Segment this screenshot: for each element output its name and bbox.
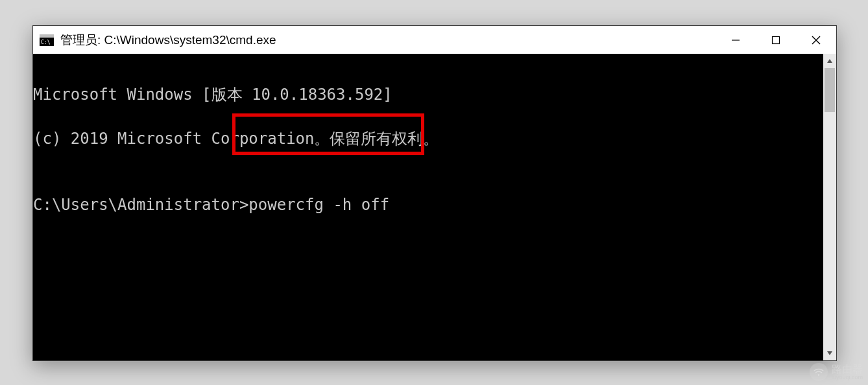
console-prompt-line: C:\Users\Administrator>powercfg -h off xyxy=(33,194,823,216)
svg-marker-8 xyxy=(827,351,832,355)
client-area: Microsoft Windows [版本 10.0.18363.592] (c… xyxy=(33,54,836,360)
maximize-button[interactable] xyxy=(756,26,796,54)
scroll-up-arrow[interactable] xyxy=(823,54,836,68)
watermark: 路由器 luyouqi.com xyxy=(810,363,863,381)
vertical-scrollbar[interactable] xyxy=(823,54,836,360)
scroll-thumb[interactable] xyxy=(825,68,835,112)
svg-point-9 xyxy=(818,374,819,375)
prompt-text: C:\Users\Administrator> xyxy=(33,196,248,214)
cmd-window: C:\ 管理员: C:\Windows\system32\cmd.exe Mic… xyxy=(32,25,837,361)
command-text: powercfg -h off xyxy=(248,196,389,214)
console-output[interactable]: Microsoft Windows [版本 10.0.18363.592] (c… xyxy=(33,54,823,360)
svg-text:C:\: C:\ xyxy=(41,40,51,45)
window-controls xyxy=(716,26,836,54)
watermark-label: 路由器 xyxy=(832,364,863,375)
cmd-icon: C:\ xyxy=(40,34,54,46)
watermark-sub: luyouqi.com xyxy=(832,375,863,380)
watermark-text: 路由器 luyouqi.com xyxy=(832,364,863,380)
stage: C:\ 管理员: C:\Windows\system32\cmd.exe Mic… xyxy=(0,0,868,385)
console-line: Microsoft Windows [版本 10.0.18363.592] xyxy=(33,84,823,106)
wifi-icon xyxy=(810,363,828,381)
console-line: (c) 2019 Microsoft Corporation。保留所有权利。 xyxy=(33,128,823,150)
minimize-button[interactable] xyxy=(716,26,756,54)
window-title: 管理员: C:\Windows\system32\cmd.exe xyxy=(60,32,716,49)
close-button[interactable] xyxy=(796,26,836,54)
scroll-down-arrow[interactable] xyxy=(823,346,836,360)
svg-rect-1 xyxy=(40,34,54,38)
svg-marker-7 xyxy=(827,59,832,63)
svg-rect-4 xyxy=(773,36,780,43)
title-bar[interactable]: C:\ 管理员: C:\Windows\system32\cmd.exe xyxy=(33,26,836,54)
